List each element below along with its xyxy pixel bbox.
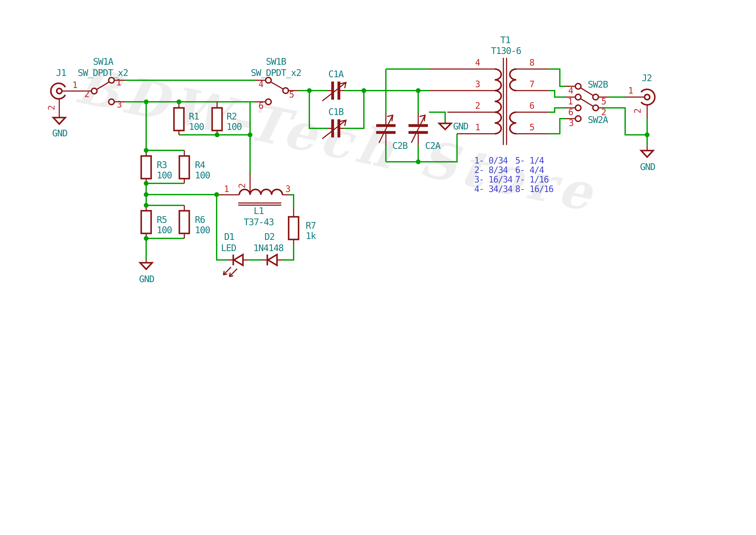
- l1-ref: L1: [254, 206, 264, 216]
- wire-t1p5-sw2a3: [549, 119, 565, 134]
- j1-gnd-label: GND: [52, 128, 67, 138]
- junction-dot: [144, 148, 148, 153]
- junction-dot: [144, 181, 148, 186]
- sw1b-value: SW_DPDT_x2: [251, 68, 301, 78]
- d1-ref: D1: [224, 232, 234, 242]
- j1-ref: J1: [56, 68, 66, 78]
- junction-dot: [307, 88, 312, 93]
- junction-dot: [215, 132, 219, 137]
- wire-t1p8-sw2b4: [549, 69, 565, 86]
- sw1a-pin2-num: 2: [84, 89, 89, 99]
- r7-value: 1k: [306, 231, 316, 241]
- sw1a-ref: SW1A: [93, 56, 113, 67]
- r2-ref: R2: [227, 111, 237, 122]
- r4-ref: R4: [195, 160, 205, 170]
- t1-ref: T1: [500, 35, 510, 45]
- j2-gnd-icon: [641, 151, 653, 157]
- d2-triangle: [268, 255, 277, 265]
- sw1b-pin5-num: 5: [289, 90, 294, 99]
- sw1a-pin1-num: 1: [116, 77, 121, 87]
- r1-ref: R1: [189, 111, 199, 122]
- r5-body: [141, 211, 151, 234]
- l1-pin1-num: 1: [224, 184, 229, 194]
- sw1b-pin6-num: 6: [258, 101, 263, 111]
- table-row1-right: 5- 1/4: [515, 155, 544, 165]
- j1-pin1-num: 1: [72, 80, 77, 90]
- wire-l1p3-r7: [289, 195, 294, 208]
- sw1a-value: SW_DPDT_x2: [78, 68, 128, 78]
- sw1b-lever: [271, 82, 283, 89]
- schematic-page: BDW-Tech Store: [0, 0, 756, 535]
- table-row4-right: 8- 16/16: [515, 184, 554, 194]
- sw2a-lever: [580, 99, 593, 106]
- r2-value: 100: [227, 122, 242, 132]
- t1-pin7-num: 7: [529, 79, 534, 89]
- d1-led: [223, 255, 243, 277]
- junction-dot: [144, 236, 148, 241]
- r3-value: 100: [157, 170, 172, 181]
- r3-ref: R3: [157, 160, 167, 170]
- schematic-canvas: BDW-Tech Store: [0, 0, 756, 535]
- l1-coil: [239, 189, 283, 195]
- junction-dot: [416, 159, 420, 164]
- r5-ref: R5: [157, 214, 167, 225]
- sw2b-pin5-num: 5: [601, 97, 606, 106]
- table-row2-left: 2- 8/34: [474, 165, 508, 175]
- j1-pin2-num: 2: [46, 105, 57, 110]
- junction-dot: [176, 99, 181, 104]
- d1-triangle: [234, 255, 243, 265]
- r5-value: 100: [157, 225, 172, 235]
- r4-value: 100: [195, 170, 210, 181]
- sw1b-pin4-num: 4: [258, 79, 263, 89]
- sw2a-pin2-circle: [593, 105, 598, 111]
- j1-connector: [51, 83, 65, 124]
- d2-ref: D2: [264, 232, 275, 242]
- sw1b-ref: SW1B: [266, 56, 286, 67]
- wire-t1p2-gnd: [429, 112, 445, 123]
- l1-pin3-num: 3: [285, 184, 290, 194]
- sw2a-pin3-circle: [575, 116, 581, 122]
- sw2a-pin1-num: 1: [568, 97, 573, 106]
- sw1a-pin3-circle: [109, 99, 114, 105]
- r1-body: [174, 108, 184, 130]
- t1-value: T130-6: [491, 45, 521, 56]
- junction-dot: [214, 192, 219, 197]
- t1-gnd-label: GND: [453, 121, 468, 131]
- t1-pin2-num: 2: [475, 101, 480, 111]
- junction-dot: [144, 203, 148, 208]
- sw2b-pin4-num: 4: [568, 86, 573, 96]
- l1-value: T37-43: [244, 217, 274, 227]
- junction-dot: [144, 99, 148, 104]
- sw2b-pin4-circle: [575, 83, 581, 89]
- d1-value: LED: [221, 243, 236, 253]
- j2-pin1-num: 1: [628, 86, 633, 96]
- j1-gnd-icon: [53, 118, 65, 124]
- r6-body: [179, 211, 189, 234]
- r7-body: [289, 217, 299, 239]
- junction-dot: [416, 88, 420, 93]
- j2-ref: J2: [642, 73, 652, 83]
- l1-inductor: [238, 189, 283, 205]
- c1a-ref: C1A: [328, 69, 344, 79]
- j1-center-pin: [57, 88, 62, 94]
- j2-gnd-label: GND: [640, 161, 655, 172]
- table-row3-right: 7- 1/16: [515, 175, 549, 184]
- r3-body: [141, 156, 151, 179]
- sw2a-pin2-num: 2: [601, 107, 606, 117]
- wire-d2-r7: [283, 245, 294, 260]
- table-row3-left: 3- 16/34: [474, 175, 513, 184]
- r6-value: 100: [195, 225, 210, 235]
- junction-dot: [645, 132, 650, 137]
- t1-pin8-num: 8: [529, 58, 534, 68]
- t1-winding-left: [495, 69, 501, 134]
- wire-t1p6-sw2b6: [549, 108, 565, 112]
- r5-gnd-icon: [140, 263, 152, 269]
- r7-ref: R7: [306, 220, 316, 231]
- sw2a-pin3-num: 3: [569, 118, 573, 128]
- sw1a-pin1-circle: [109, 77, 114, 83]
- sw2b-pin5-circle: [593, 94, 598, 100]
- junction-dot: [144, 192, 148, 197]
- t1-pin6-num: 6: [529, 101, 534, 111]
- t1-pin4-num: 4: [475, 58, 480, 68]
- c2b-ref: C2B: [392, 140, 408, 151]
